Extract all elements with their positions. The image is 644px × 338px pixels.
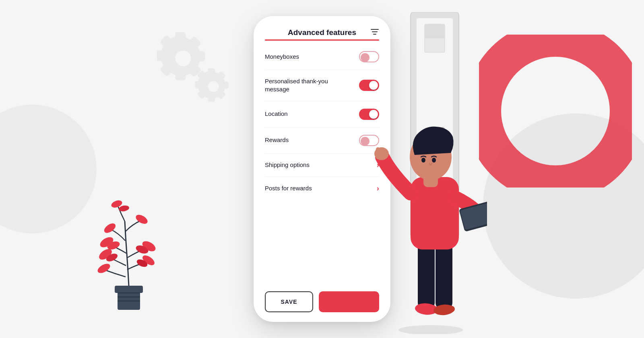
posts-for-rewards-label: Posts for rewards <box>265 184 312 192</box>
personalised-message-label: Personalised thank-youmessage <box>265 77 328 94</box>
background-donut <box>479 35 632 188</box>
person-illustration <box>374 52 487 334</box>
phone-header: Advanced features <box>265 28 379 37</box>
background-circle-left <box>0 105 97 233</box>
svg-point-15 <box>103 221 118 235</box>
posts-for-rewards-row[interactable]: Posts for rewards › <box>265 177 379 200</box>
gear-small-icon <box>195 68 231 105</box>
svg-rect-42 <box>376 147 380 159</box>
phone-footer: SAVE <box>265 285 379 312</box>
svg-point-10 <box>96 262 111 275</box>
moneyboxes-toggle-knob <box>361 53 369 62</box>
svg-point-27 <box>398 325 463 334</box>
phone-mockup: Advanced features Moneyboxes <box>254 16 390 322</box>
svg-rect-2 <box>115 286 143 293</box>
phone-body: Advanced features Moneyboxes <box>254 16 390 322</box>
settings-list: Moneyboxes Personalised thank-youmessage… <box>265 44 379 285</box>
shipping-options-label: Shipping options <box>265 161 310 169</box>
primary-button[interactable] <box>319 291 379 312</box>
svg-rect-22 <box>425 24 445 38</box>
location-label: Location <box>265 110 288 118</box>
header-underline <box>265 39 379 41</box>
svg-point-0 <box>483 39 628 183</box>
svg-rect-34 <box>411 177 459 249</box>
save-button[interactable]: SAVE <box>265 291 313 312</box>
shipping-options-row[interactable]: Shipping options › <box>265 154 379 177</box>
svg-point-16 <box>134 213 149 226</box>
svg-point-40 <box>432 158 436 163</box>
rewards-toggle-knob <box>361 137 369 146</box>
moneyboxes-label: Moneyboxes <box>265 53 299 61</box>
moneyboxes-row: Moneyboxes <box>265 44 379 70</box>
personalised-message-row: Personalised thank-youmessage <box>265 70 379 101</box>
rewards-row: Rewards <box>265 128 379 154</box>
filter-icon[interactable] <box>370 28 379 37</box>
svg-rect-33 <box>436 306 455 312</box>
svg-point-39 <box>421 158 425 163</box>
page-title: Advanced features <box>288 28 356 37</box>
location-row: Location <box>265 101 379 128</box>
plant-illustration <box>89 173 169 326</box>
rewards-label: Rewards <box>265 136 289 144</box>
